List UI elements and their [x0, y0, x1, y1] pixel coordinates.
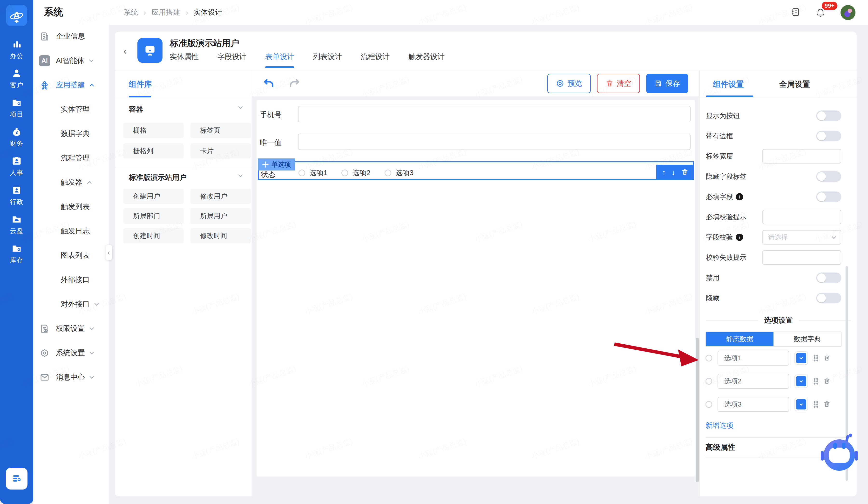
- tab-entity-props[interactable]: 实体属性: [170, 52, 199, 68]
- library-chip-modify-time[interactable]: 修改时间: [190, 228, 251, 244]
- drag-handle-icon[interactable]: [813, 354, 818, 362]
- library-chip-card[interactable]: 卡片: [190, 143, 251, 159]
- canvas-scrollbar[interactable]: [696, 99, 699, 494]
- library-chip-create-user[interactable]: 创建用户: [123, 188, 184, 204]
- library-section-entity-fields[interactable]: 标准版演示站用户: [129, 173, 187, 183]
- info-icon[interactable]: [736, 193, 743, 200]
- info-icon[interactable]: [736, 234, 743, 241]
- tab-flow-design[interactable]: 流程设计: [361, 52, 390, 68]
- rail-item-office[interactable]: 办公: [0, 36, 33, 63]
- rail-item-hr[interactable]: 人事: [0, 153, 33, 180]
- component-type-tag[interactable]: 单选项: [258, 158, 295, 171]
- option-2-input[interactable]: 选项2: [717, 374, 789, 389]
- rail-item-cloud-disk[interactable]: 云盘: [0, 211, 33, 238]
- sidebar-item-trigger-log[interactable]: 触发日志: [33, 219, 109, 243]
- disabled-toggle[interactable]: [816, 272, 841, 283]
- label-width-input[interactable]: [762, 149, 841, 164]
- sidebar-item-company-info[interactable]: 企业信息: [33, 24, 109, 49]
- library-section-container[interactable]: 容器: [129, 104, 143, 114]
- clear-button[interactable]: 清空: [597, 74, 640, 93]
- radio-circle-icon[interactable]: [705, 355, 712, 361]
- back-chevron-icon[interactable]: ‹: [123, 45, 127, 56]
- tab-field-design[interactable]: 字段设计: [217, 52, 246, 68]
- option-2-color-dropdown[interactable]: [794, 374, 808, 388]
- phone-input[interactable]: [298, 106, 691, 122]
- sidebar-item-system-settings[interactable]: 系统设置: [33, 341, 109, 365]
- sidebar-item-ai-agent[interactable]: Ai AI智能体: [33, 49, 109, 73]
- sidebar-item-message-center[interactable]: 消息中心: [33, 365, 109, 389]
- move-up-button[interactable]: ↑: [662, 168, 666, 177]
- journal-icon[interactable]: [791, 7, 800, 18]
- app-logo[interactable]: A: [6, 5, 27, 26]
- sidebar-collapse-handle[interactable]: ‹: [105, 245, 112, 260]
- required-toggle[interactable]: [816, 192, 841, 202]
- unique-value-input[interactable]: [298, 134, 691, 150]
- library-chip-tabs[interactable]: 标签页: [190, 123, 251, 138]
- radio-option-2[interactable]: 选项2: [341, 168, 370, 178]
- notification-bell[interactable]: 99+: [815, 7, 826, 18]
- sidebar-item-entity-mgmt[interactable]: 实体管理: [33, 97, 109, 122]
- chevron-down-icon[interactable]: [238, 173, 242, 177]
- show-as-button-toggle[interactable]: [816, 111, 841, 121]
- radio-circle-icon[interactable]: [705, 401, 712, 408]
- sidebar-item-permissions[interactable]: 权限设置: [33, 316, 109, 341]
- tab-component-settings[interactable]: 组件设置: [713, 79, 744, 90]
- required-message-input[interactable]: [762, 210, 841, 224]
- save-button[interactable]: 保存: [646, 74, 688, 93]
- undo-button[interactable]: [262, 76, 276, 91]
- segment-data-dict[interactable]: 数据字典: [774, 332, 841, 346]
- library-chip-department[interactable]: 所属部门: [123, 208, 184, 224]
- rail-item-inventory[interactable]: 库存: [0, 240, 33, 267]
- radio-circle-icon[interactable]: [299, 169, 305, 176]
- sidebar-item-trigger-list[interactable]: 触发列表: [33, 195, 109, 219]
- redo-button[interactable]: [287, 76, 301, 91]
- field-validate-select[interactable]: 请选择: [762, 230, 841, 245]
- library-chip-owner-user[interactable]: 所属用户: [190, 208, 251, 224]
- delete-option-button[interactable]: [823, 354, 831, 362]
- sidebar-item-outbound-api[interactable]: 对外接口: [33, 292, 109, 316]
- rail-item-admin[interactable]: 行政: [0, 182, 33, 209]
- hide-field-label-toggle[interactable]: [816, 171, 841, 182]
- library-chip-create-time[interactable]: 创建时间: [123, 228, 184, 244]
- radio-circle-icon[interactable]: [384, 169, 391, 176]
- radio-circle-icon[interactable]: [705, 378, 712, 384]
- library-chip-grid-col[interactable]: 栅格列: [123, 143, 184, 159]
- tab-form-design[interactable]: 表单设计: [265, 52, 294, 68]
- tab-trigger-design[interactable]: 触发器设计: [409, 52, 445, 68]
- sidebar-item-data-dict[interactable]: 数据字典: [33, 122, 109, 146]
- drag-handle-icon[interactable]: [813, 401, 818, 408]
- radio-circle-icon[interactable]: [341, 169, 348, 176]
- delete-component-button[interactable]: [681, 168, 688, 176]
- delete-option-button[interactable]: [823, 400, 831, 409]
- delete-option-button[interactable]: [823, 377, 831, 385]
- hidden-toggle[interactable]: [816, 293, 841, 304]
- user-avatar[interactable]: [840, 5, 856, 20]
- option-1-input[interactable]: 选项1: [717, 351, 789, 366]
- rail-item-customers[interactable]: 客户: [0, 65, 33, 92]
- add-option-link[interactable]: 新增选项: [705, 421, 733, 431]
- rail-item-finance[interactable]: ¥ 财务: [0, 124, 33, 151]
- chevron-down-icon[interactable]: [238, 104, 242, 109]
- selected-radio-component[interactable]: 状态 单选项 选项1 选项2 选项3: [258, 161, 694, 180]
- move-down-button[interactable]: ↓: [671, 168, 675, 177]
- sidebar-item-external-api[interactable]: 外部接口: [33, 268, 109, 292]
- preview-button[interactable]: 预览: [547, 74, 591, 93]
- breadcrumb-item[interactable]: 应用搭建: [152, 8, 180, 17]
- library-chip-grid[interactable]: 栅格: [123, 123, 184, 138]
- sidebar-item-triggers[interactable]: 触发器: [33, 170, 109, 195]
- segment-static-data[interactable]: 静态数据: [706, 332, 774, 346]
- option-3-color-dropdown[interactable]: [794, 398, 808, 411]
- bordered-toggle[interactable]: [816, 131, 841, 141]
- library-chip-modify-user[interactable]: 修改用户: [190, 188, 251, 204]
- drag-handle-icon[interactable]: [813, 378, 818, 385]
- tab-list-design[interactable]: 列表设计: [313, 52, 342, 68]
- tab-global-settings[interactable]: 全局设置: [779, 79, 810, 90]
- sidebar-item-process-mgmt[interactable]: 流程管理: [33, 146, 109, 170]
- rail-item-projects[interactable]: 项目: [0, 94, 33, 122]
- sidebar-item-app-builder[interactable]: 应用搭建: [33, 73, 109, 97]
- radio-option-1[interactable]: 选项1: [299, 168, 328, 178]
- option-3-input[interactable]: 选项3: [717, 397, 789, 412]
- option-1-color-dropdown[interactable]: [794, 351, 808, 365]
- breadcrumb-item[interactable]: 系统: [124, 8, 138, 17]
- assistant-robot-icon[interactable]: [823, 439, 856, 472]
